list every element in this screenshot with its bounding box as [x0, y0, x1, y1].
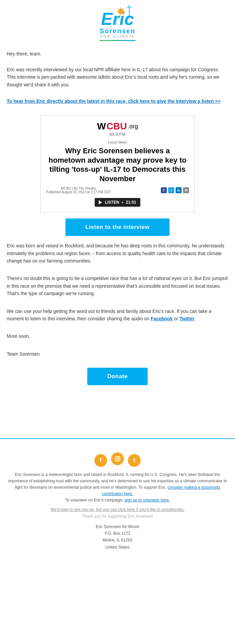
- svg-marker-11: [129, 7, 132, 8]
- address-line-4: United States: [7, 544, 228, 551]
- team-name: Team Sorensen: [7, 350, 228, 358]
- play-icon: [99, 200, 102, 204]
- email-container: Eric Sorensen FOR ILLINOIS Hey there, te…: [0, 0, 235, 557]
- donate-button[interactable]: Donate: [87, 368, 148, 385]
- footer-address: Eric Sorensen for Illinois P.O. Box 1172…: [7, 523, 228, 551]
- address-line-3: Moline, IL 61265: [7, 537, 228, 544]
- wcbu-cbu-letters: CBU: [106, 121, 127, 132]
- footer-twitter-icon[interactable]: t: [128, 454, 141, 467]
- footer-instagram-icon[interactable]: [111, 452, 124, 465]
- listen-label: LISTEN: [105, 200, 119, 205]
- article-tag: Local News: [46, 140, 189, 144]
- body-paragraph-2: There's no doubt this is going to be a c…: [7, 275, 228, 297]
- footer-facebook-icon[interactable]: f: [94, 454, 107, 467]
- twitter-link[interactable]: Twitter: [179, 316, 194, 321]
- sign-off: More soon,: [7, 332, 228, 340]
- logo-sorensen: Sorensen: [99, 28, 135, 34]
- article-title: Why Eric Sorensen believes a hometown ad…: [46, 146, 189, 183]
- unsubscribe-link[interactable]: We'd hate to see you go, but you can cli…: [51, 507, 185, 512]
- body-paragraph-1: Eric was born and raised in Rockford, an…: [7, 242, 228, 265]
- twitter-share-icon[interactable]: t: [168, 187, 174, 193]
- svg-point-15: [119, 457, 120, 458]
- listen-dot: •: [122, 200, 123, 205]
- wcbu-header: W CBU .org 89.9 FM: [46, 121, 189, 137]
- intro-paragraph: Eric was recently interviewed by our loc…: [7, 66, 228, 88]
- footer-thanks: Thank you for supporting Eric Sorensen: [7, 514, 228, 519]
- footer-unsubscribe: We'd hate to see you go, but you can cli…: [7, 507, 228, 512]
- svg-point-14: [116, 458, 119, 460]
- listen-bar[interactable]: LISTEN • 21:51: [95, 198, 140, 207]
- wcbu-w-letter: W: [97, 121, 106, 132]
- main-content: Hey there, team. Eric was recently inter…: [0, 48, 235, 425]
- svg-line-5: [118, 8, 119, 9]
- wcbu-org-text: .org: [128, 123, 138, 130]
- article-meta: WCBU | By Tim Shelley Published August 1…: [46, 187, 189, 194]
- cta-link[interactable]: To hear from Eric directly about the lat…: [7, 98, 221, 104]
- footer-divider: f t Eric Sorensen is a meteorologist bor…: [0, 438, 235, 557]
- listen-duration: 21:51: [126, 200, 136, 205]
- wcbu-fm-text: 89.9 FM: [46, 132, 189, 137]
- linkedin-share-icon[interactable]: in: [176, 187, 182, 193]
- donate-button-container: Donate: [7, 368, 228, 385]
- article-byline: WCBU | By Tim Shelley Published August 1…: [46, 187, 111, 194]
- logo-for-illinois: FOR ILLINOIS: [99, 35, 135, 38]
- sun-icon: [116, 7, 126, 16]
- svg-line-7: [123, 8, 124, 9]
- listen-button-container: Listen to the interview: [7, 218, 228, 236]
- or-text: or: [173, 316, 179, 321]
- footer: f t Eric Sorensen is a meteorologist bor…: [0, 449, 235, 557]
- article-social-icons: f t in ✉: [161, 187, 189, 193]
- footer-about: Eric Sorensen is a meteorologist born an…: [7, 472, 228, 504]
- svg-marker-12: [127, 7, 129, 8]
- windmill-icon: [126, 4, 133, 19]
- email-share-icon[interactable]: ✉: [183, 187, 189, 193]
- svg-line-8: [118, 13, 119, 14]
- svg-rect-9: [129, 7, 130, 19]
- blank-space: [7, 391, 228, 418]
- footer-social-icons: f t: [7, 452, 228, 467]
- article-card: W CBU .org 89.9 FM Local News Why Eric S…: [40, 115, 195, 212]
- svg-point-0: [118, 9, 124, 14]
- address-line-2: P.O. Box 1172: [7, 530, 228, 537]
- volunteer-link[interactable]: sign up to volunteer here.: [124, 498, 170, 502]
- svg-line-6: [123, 13, 124, 14]
- logo-underline: [99, 40, 135, 41]
- facebook-share-icon[interactable]: f: [161, 187, 167, 193]
- facebook-link[interactable]: Facebook: [151, 316, 173, 321]
- greeting-text: Hey there, team.: [7, 51, 228, 56]
- header: Eric Sorensen FOR ILLINOIS: [0, 0, 235, 48]
- listen-button[interactable]: Listen to the interview: [65, 218, 170, 236]
- body-p3-post: .: [194, 316, 196, 321]
- address-line-1: Eric Sorensen for Illinois: [7, 523, 228, 530]
- body-paragraph-3: We can use your help getting the word ou…: [7, 308, 228, 323]
